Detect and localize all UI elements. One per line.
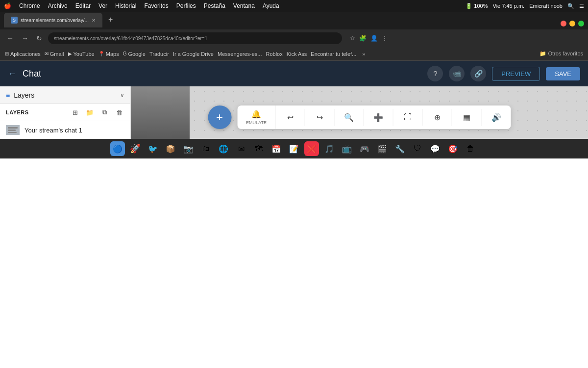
- bookmarks-bar: ⊞ Aplicaciones ✉ Gmail ▶ YouTube 📍 Maps …: [0, 47, 588, 61]
- dock-trash[interactable]: 🗑: [463, 141, 478, 156]
- duplicate-button[interactable]: ⧉: [99, 107, 110, 118]
- dock-item-13[interactable]: 🎮: [357, 141, 372, 156]
- help-button[interactable]: ?: [427, 66, 443, 81]
- add-element-button[interactable]: +: [208, 105, 231, 129]
- menu-chrome[interactable]: Chrome: [19, 2, 40, 9]
- tab-active[interactable]: S streamelements.com/overlay/... ✕: [4, 13, 102, 27]
- dock-item-8[interactable]: 📅: [269, 141, 284, 156]
- undo-button[interactable]: ↩: [276, 109, 305, 126]
- profile-icon[interactable]: 👤: [370, 35, 378, 42]
- dock-item-18[interactable]: 🎯: [445, 141, 460, 156]
- menu-pestana[interactable]: Pestaña: [204, 2, 225, 9]
- mac-dock: 🔵 🚀 🐦 📦 📷 🗂 🌐 ✉ 🗺 📅 📝 ❌ 🎵 📺 🎮 🎬 🔧 🛡 💬 🎯 …: [0, 139, 588, 158]
- center-button[interactable]: ⊕: [423, 109, 452, 126]
- chevron-down-icon: ∨: [120, 92, 124, 99]
- svg-rect-3: [8, 132, 17, 133]
- bookmark-gmail[interactable]: ✉ Gmail: [45, 51, 64, 57]
- tab-favicon: S: [11, 17, 18, 24]
- bookmark-google[interactable]: G Google: [123, 51, 146, 57]
- window-close-btn[interactable]: [561, 21, 566, 26]
- other-favorites[interactable]: 📁 Otros favoritos: [539, 51, 583, 57]
- emulate-button[interactable]: 🔔 EMULATE: [237, 105, 276, 129]
- bookmark-kickass[interactable]: Kick Ass: [287, 51, 307, 57]
- maps-icon: 📍: [98, 51, 104, 56]
- dock-item-3[interactable]: 📷: [181, 141, 196, 156]
- audio-button[interactable]: 🔊: [482, 109, 511, 126]
- clock: Vie 7:45 p.m.: [493, 3, 525, 9]
- control-center-icon[interactable]: ☰: [579, 3, 584, 9]
- bookmark-maps[interactable]: 📍 Maps: [98, 51, 119, 57]
- dock-item-12[interactable]: 📺: [340, 141, 354, 156]
- bookmark-messenger[interactable]: Messengeres-es...: [218, 51, 262, 57]
- back-nav-button[interactable]: ←: [5, 33, 16, 43]
- zoom-out-button[interactable]: 🔍: [335, 109, 364, 126]
- search-icon[interactable]: 🔍: [567, 3, 574, 9]
- bookmark-translate[interactable]: Traducir: [149, 51, 169, 57]
- battery-icon: 🔋 100%: [466, 3, 488, 9]
- dock-item-16[interactable]: 🛡: [410, 141, 425, 156]
- link-button[interactable]: 🔗: [470, 66, 486, 81]
- menu-ayuda[interactable]: Ayuda: [263, 2, 279, 9]
- more-bookmarks[interactable]: »: [362, 51, 365, 57]
- list-item[interactable]: Your stream's chat 1: [0, 121, 130, 139]
- dock-item-6[interactable]: ✉: [234, 141, 248, 156]
- menu-ventana[interactable]: Ventana: [233, 2, 255, 9]
- dock-item-2[interactable]: 📦: [163, 141, 178, 156]
- dock-item-4[interactable]: 🗂: [198, 141, 213, 156]
- video-preview-button[interactable]: 📹: [449, 66, 465, 81]
- add-group-button[interactable]: ⊞: [70, 107, 80, 118]
- svg-rect-2: [8, 130, 16, 131]
- dock-item-10[interactable]: ❌: [304, 141, 319, 156]
- preview-button[interactable]: PREVIEW: [492, 67, 540, 81]
- apple-menu[interactable]: 🍎: [4, 2, 11, 9]
- bookmark-gdrive[interactable]: Ir a Google Drive: [173, 51, 214, 57]
- bookmark-youtube-label: YouTube: [74, 51, 95, 57]
- gdrive-label: Ir a Google Drive: [173, 51, 214, 57]
- dock-item-11[interactable]: 🎵: [322, 141, 337, 156]
- window-maximize-btn[interactable]: [578, 21, 584, 26]
- tab-label: streamelements.com/overlay/...: [21, 18, 89, 23]
- canvas-area[interactable]: + 🔔 EMULATE ↩ ↪ 🔍: [131, 86, 588, 139]
- translate-label: Traducir: [149, 51, 169, 57]
- url-input[interactable]: streamelements.com/overlay/61fb44c09473e…: [48, 32, 342, 44]
- back-button[interactable]: ←: [8, 69, 17, 79]
- menu-perfiles[interactable]: Perfiles: [176, 2, 196, 9]
- tab-close-button[interactable]: ✕: [92, 18, 96, 23]
- menu-editar[interactable]: Editar: [75, 2, 91, 9]
- dock-item-15[interactable]: 🔧: [392, 141, 407, 156]
- reload-button[interactable]: ↻: [34, 33, 44, 43]
- new-tab-button[interactable]: +: [104, 14, 117, 26]
- bookmark-roblox[interactable]: Roblox: [266, 51, 282, 57]
- forward-nav-button[interactable]: →: [20, 33, 30, 43]
- redo-button[interactable]: ↪: [305, 109, 335, 126]
- layers-header[interactable]: ≡ Layers ∨: [0, 86, 130, 104]
- dock-item-14[interactable]: 🎬: [375, 141, 390, 156]
- menu-archivo[interactable]: Archivo: [48, 2, 68, 9]
- layers-label: Layers: [14, 91, 120, 99]
- bookmark-star-icon[interactable]: ☆: [350, 35, 355, 42]
- grid-button[interactable]: ▦: [452, 109, 482, 126]
- extensions-icon[interactable]: 🧩: [359, 35, 367, 42]
- add-folder-button[interactable]: 📁: [84, 107, 95, 118]
- dock-item-17[interactable]: 💬: [428, 141, 442, 156]
- dock-launchpad[interactable]: 🚀: [128, 141, 143, 156]
- fit-screen-button[interactable]: ⛶: [393, 109, 423, 126]
- dock-finder[interactable]: 🔵: [110, 141, 125, 156]
- more-options-icon[interactable]: ⋮: [382, 35, 388, 42]
- bookmark-find-phone[interactable]: Encontrar tu telef...: [311, 51, 356, 57]
- kickass-label: Kick Ass: [287, 51, 307, 57]
- zoom-in-button[interactable]: ➕: [364, 109, 393, 126]
- menu-ver[interactable]: Ver: [98, 2, 107, 9]
- bookmark-youtube[interactable]: ▶ YouTube: [68, 51, 95, 57]
- menu-historial[interactable]: Historial: [115, 2, 136, 9]
- browser-chrome: S streamelements.com/overlay/... ✕ + ← →…: [0, 12, 588, 61]
- bookmark-apps[interactable]: ⊞ Aplicaciones: [5, 51, 41, 57]
- window-minimize-btn[interactable]: [569, 21, 575, 26]
- dock-item-9[interactable]: 📝: [287, 141, 301, 156]
- dock-item-1[interactable]: 🐦: [146, 141, 160, 156]
- save-button[interactable]: SAVE: [546, 67, 580, 80]
- delete-button[interactable]: 🗑: [114, 107, 124, 118]
- dock-maps[interactable]: 🗺: [251, 141, 266, 156]
- dock-item-5[interactable]: 🌐: [216, 141, 231, 156]
- menu-favoritos[interactable]: Favoritos: [144, 2, 168, 9]
